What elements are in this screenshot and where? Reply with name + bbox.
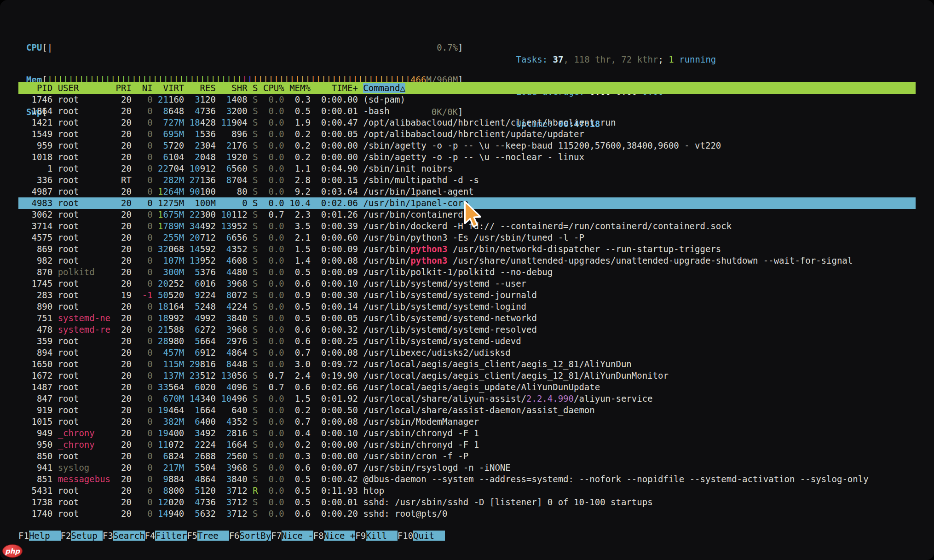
column-header-cpu[interactable]: CPU% <box>263 83 284 93</box>
fkey-f1-help[interactable]: F1Help <box>18 531 61 541</box>
fkey-f4-filter[interactable]: F4Filter <box>145 531 187 541</box>
process-row[interactable]: 1 root 20 0 22704 10912 6560 S 0.0 1.1 0… <box>18 163 916 174</box>
fkey-f5-tree[interactable]: F5Tree <box>187 531 229 541</box>
process-row-selected[interactable]: 4983 root 20 0 1275M 100M 0 S 0.0 10.4 0… <box>18 197 916 209</box>
shr: 4352 <box>221 244 247 254</box>
priority: 20 <box>116 462 132 473</box>
process-row[interactable]: 1650 root 20 0 115M 29816 8448 S 0.0 3.0… <box>18 358 916 370</box>
cpu-percent: 0.0 <box>263 324 284 335</box>
process-row[interactable]: 1864 root 20 0 8648 4736 3200 S 0.0 0.5 … <box>18 105 916 117</box>
fkey-f3-search[interactable]: F3Search <box>103 531 145 541</box>
process-row[interactable]: 982 root 20 0 107M 13952 4608 S 0.0 1.4 … <box>18 255 916 266</box>
res: 5632 <box>190 508 216 519</box>
res: 6016 <box>190 278 216 289</box>
state: S <box>253 451 258 461</box>
column-header-row[interactable]: PID USER PRI NI VIRT RES SHR S CPU% MEM%… <box>18 82 916 94</box>
fkey-f6-sortby[interactable]: F6SortBy <box>229 531 271 541</box>
process-row[interactable]: 870 polkitd 20 0 300M 5376 4480 S 0.0 0.… <box>18 266 916 278</box>
process-row[interactable]: 751 systemd-ne 20 0 18992 4992 3840 S 0.… <box>18 312 916 324</box>
fkey-f10-quit[interactable]: F10Quit <box>398 531 445 541</box>
pid: 359 <box>26 336 52 346</box>
process-row[interactable]: 1015 root 20 0 382M 6400 4352 S 0.0 0.7 … <box>18 416 916 427</box>
column-header-command[interactable]: Command△ <box>363 83 405 93</box>
process-row[interactable]: 336 root RT 0 282M 27136 8704 S 0.0 2.8 … <box>18 174 916 186</box>
column-header-res[interactable]: RES <box>190 83 216 93</box>
nice: 0 <box>137 186 152 196</box>
cpu-percent: 0.0 <box>263 198 284 208</box>
column-header-mem[interactable]: MEM% <box>289 83 311 93</box>
process-row[interactable]: 949 _chrony 20 0 19400 3492 2816 S 0.0 0… <box>18 427 916 439</box>
time: 0:01.92 <box>316 393 358 404</box>
process-row[interactable]: 3062 root 20 0 1675M 22300 10112 S 0.7 2… <box>18 209 916 220</box>
shr: 3968 <box>221 462 247 473</box>
cpu-percent: 0.0 <box>263 244 284 254</box>
nice: 0 <box>137 451 152 461</box>
mem-percent: 0.4 <box>289 428 311 438</box>
process-row[interactable]: 4575 root 20 0 255M 20712 6656 S 0.0 2.1… <box>18 232 916 243</box>
column-header-pri[interactable]: PRI <box>116 83 132 93</box>
process-row[interactable]: 890 root 20 0 18164 5248 4224 S 0.0 0.5 … <box>18 301 916 312</box>
process-row[interactable]: 950 _chrony 20 0 11072 2224 1664 S 0.0 0… <box>18 439 916 450</box>
fkey-f8-nice-[interactable]: F8Nice + <box>313 531 356 541</box>
res: 2048 <box>190 152 216 162</box>
user: root <box>58 198 110 208</box>
time: 0:00.00 <box>316 140 358 150</box>
priority: 20 <box>116 428 132 438</box>
process-row[interactable]: 1549 root 20 0 695M 1536 896 S 0.0 0.2 0… <box>18 128 916 140</box>
process-row[interactable]: 4987 root 20 0 1264M 90100 80 S 0.0 9.2 … <box>18 186 916 197</box>
process-row[interactable]: 1738 root 20 0 12020 4736 3712 S 0.0 0.5… <box>18 496 916 508</box>
res: 13952 <box>190 255 216 266</box>
process-row[interactable]: 850 root 20 0 6824 2688 2560 S 0.0 0.3 0… <box>18 450 916 462</box>
process-row[interactable]: 1421 root 20 0 727M 18428 11904 S 0.0 1.… <box>18 117 916 128</box>
res: 5504 <box>190 462 216 473</box>
process-row[interactable]: 847 root 20 0 670M 14340 10496 S 0.0 1.5… <box>18 393 916 404</box>
column-header-state[interactable]: S <box>253 83 258 93</box>
process-row[interactable]: 919 root 20 0 19464 1664 640 S 0.0 0.2 0… <box>18 404 916 416</box>
process-row[interactable]: 5431 root 20 0 8800 5120 3712 R 0.0 0.5 … <box>18 485 916 496</box>
process-row[interactable]: 478 systemd-re 20 0 21588 6272 3968 S 0.… <box>18 324 916 335</box>
time: 0:00.00 <box>316 94 358 104</box>
column-header-time[interactable]: TIME+ <box>316 83 358 93</box>
column-header-pid[interactable]: PID <box>26 83 52 93</box>
column-header-user[interactable]: USER <box>58 83 110 93</box>
process-row[interactable]: 1487 root 20 0 33564 6020 4096 S 0.7 0.6… <box>18 381 916 393</box>
process-row[interactable]: 1740 root 20 0 14940 5632 3712 S 0.0 0.6… <box>18 508 916 520</box>
user: root <box>58 209 110 219</box>
command: /opt/alibabacloud/hbrclient/update/updat… <box>363 129 584 139</box>
process-row[interactable]: 1746 root 20 0 21160 3120 1408 S 0.0 0.3… <box>18 94 916 105</box>
process-row[interactable]: 941 syslog 20 0 217M 5504 3968 S 0.0 0.6… <box>18 462 916 473</box>
res: 4992 <box>190 313 216 323</box>
column-header-ni[interactable]: NI <box>137 83 152 93</box>
process-row[interactable]: 359 root 20 0 28980 5664 2976 S 0.0 0.6 … <box>18 335 916 347</box>
process-row[interactable]: 1745 root 20 0 20252 6016 3968 S 0.0 0.6… <box>18 278 916 289</box>
time: 0:00.30 <box>316 290 358 300</box>
time: 0:03.64 <box>316 186 358 196</box>
process-row[interactable]: 894 root 20 0 457M 6912 4864 S 0.0 0.7 0… <box>18 347 916 358</box>
res: 1664 <box>190 405 216 415</box>
column-header-virt[interactable]: VIRT <box>158 83 184 93</box>
process-row[interactable]: 1672 root 20 0 137M 23512 13056 S 0.7 2.… <box>18 370 916 381</box>
process-row[interactable]: 283 root 19 -1 50520 9224 8072 S 0.0 0.9… <box>18 289 916 301</box>
column-header-shr[interactable]: SHR <box>221 83 247 93</box>
fkey-f7-nice-[interactable]: F7Nice - <box>271 531 313 541</box>
time: 0:11.93 <box>316 485 358 496</box>
threads-count: 118 thr <box>574 54 611 64</box>
process-row[interactable]: 3714 root 20 0 1789M 34492 13952 S 0.0 3… <box>18 220 916 232</box>
mem-percent: 0.2 <box>289 152 311 162</box>
command: (sd-pam) <box>363 94 405 104</box>
pid: 959 <box>26 140 52 150</box>
res: 5376 <box>190 267 216 277</box>
tasks-line: Tasks: 37, 118 thr, 72 kthr; 1 running <box>474 41 716 53</box>
fkey-f9-kill[interactable]: F9Kill <box>355 531 398 541</box>
process-row[interactable]: 869 root 20 0 32068 14592 4352 S 0.0 1.5… <box>18 243 916 255</box>
res: 23512 <box>190 370 216 381</box>
nice: 0 <box>137 324 152 335</box>
fkey-f2-setup[interactable]: F2Setup <box>61 531 103 541</box>
priority: 20 <box>116 94 132 104</box>
command: /usr/lib/systemd/systemd --user <box>363 278 526 289</box>
priority: 20 <box>116 451 132 461</box>
time: 0:00.10 <box>316 428 358 438</box>
process-row[interactable]: 1018 root 20 0 6104 2048 1920 S 0.0 0.2 … <box>18 151 916 163</box>
process-row[interactable]: 851 messagebus 20 0 9884 4864 3840 S 0.0… <box>18 473 916 485</box>
process-row[interactable]: 959 root 20 0 5720 2304 2176 S 0.0 0.2 0… <box>18 140 916 151</box>
